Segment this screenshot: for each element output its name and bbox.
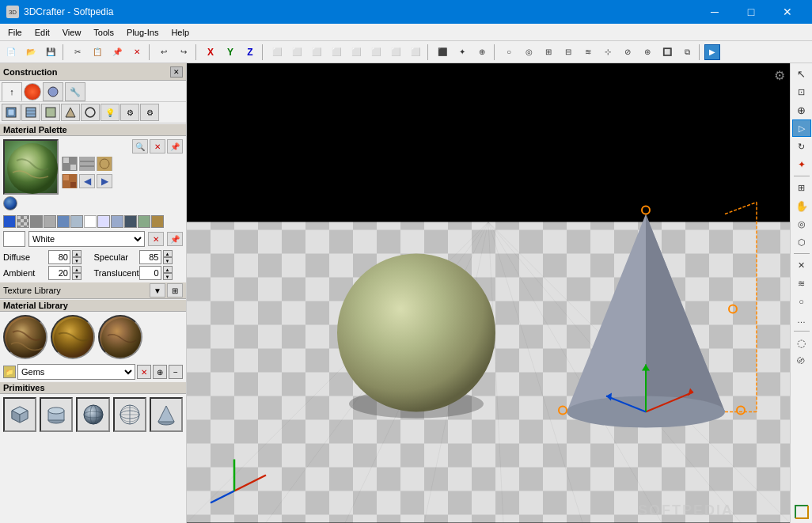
material-pin-btn[interactable]: 📌 bbox=[167, 139, 183, 153]
menu-view[interactable]: View bbox=[56, 24, 88, 40]
toolbar-view-5[interactable]: ⬜ bbox=[347, 44, 366, 61]
texture-lib-menu[interactable]: ⊞ bbox=[167, 283, 183, 298]
toolbar-save[interactable]: 💾 bbox=[41, 44, 60, 61]
swatch-gray2[interactable] bbox=[44, 215, 56, 228]
stab-settings2[interactable]: ⚙ bbox=[140, 104, 159, 121]
stab-2[interactable] bbox=[21, 104, 40, 121]
ambient-input[interactable] bbox=[48, 266, 70, 280]
diffuse-up[interactable]: ▲ bbox=[72, 250, 82, 257]
toolbar-prim-1[interactable]: ⬛ bbox=[433, 44, 452, 61]
material-filter-btn[interactable]: 🔍 bbox=[132, 139, 148, 153]
titlebar-controls[interactable]: ─ □ ✕ bbox=[696, 0, 806, 24]
mat-sub-1[interactable] bbox=[62, 157, 78, 171]
ambient-up[interactable]: ▲ bbox=[72, 266, 82, 273]
toolbar-op-2[interactable]: ◎ bbox=[519, 44, 538, 61]
specular-up[interactable]: ▲ bbox=[163, 250, 173, 257]
rt-dots[interactable]: … bbox=[792, 311, 811, 328]
rt-bottom-2[interactable]: 〄 bbox=[792, 352, 811, 370]
rt-hand[interactable]: ✋ bbox=[792, 197, 811, 214]
swatch-brown[interactable] bbox=[151, 215, 164, 228]
toolbar-view-4[interactable]: ⬜ bbox=[327, 44, 346, 61]
mat-sub-2[interactable] bbox=[79, 157, 95, 171]
toolbar-redo[interactable]: ↪ bbox=[174, 44, 193, 61]
toolbar-open[interactable]: 📂 bbox=[21, 44, 40, 61]
mat-lib-thumb-2[interactable] bbox=[51, 315, 95, 359]
toolbar-op-3[interactable]: ⊞ bbox=[539, 44, 558, 61]
category-select[interactable]: Gems bbox=[17, 364, 135, 380]
swatch-white[interactable] bbox=[84, 215, 97, 228]
rt-zoom-in[interactable]: ⊕ bbox=[792, 101, 811, 119]
rt-orbit[interactable]: ◎ bbox=[792, 215, 811, 233]
rt-zoom-fit[interactable]: ⊡ bbox=[792, 83, 811, 100]
toolbar-cut[interactable]: ✂ bbox=[68, 44, 87, 61]
material-clear-btn[interactable]: ✕ bbox=[150, 139, 165, 153]
toolbar-view-8[interactable]: ⬜ bbox=[406, 44, 425, 61]
toolbar-op-4[interactable]: ⊟ bbox=[559, 44, 578, 61]
toolbar-op-9[interactable]: 🔲 bbox=[658, 44, 677, 61]
material-palette-pin[interactable]: 📌 bbox=[167, 232, 183, 246]
rt-mode-active[interactable]: ▷ bbox=[792, 119, 811, 137]
toolbar-op-7[interactable]: ⊘ bbox=[618, 44, 637, 61]
maximize-button[interactable]: □ bbox=[733, 0, 769, 24]
toolbar-view-6[interactable]: ⬜ bbox=[366, 44, 385, 61]
toolbar-prim-3[interactable]: ⊕ bbox=[472, 44, 491, 61]
ctab-settings[interactable]: 🔧 bbox=[65, 82, 85, 101]
toolbar-copy[interactable]: 📋 bbox=[88, 44, 107, 61]
swatch-dark[interactable] bbox=[124, 215, 137, 228]
close-button[interactable]: ✕ bbox=[769, 0, 806, 24]
swatch-gray1[interactable] bbox=[30, 215, 43, 228]
rt-cross[interactable]: ✕ bbox=[792, 256, 811, 274]
stab-3[interactable] bbox=[41, 104, 60, 121]
mat-sub-4[interactable] bbox=[62, 174, 78, 188]
primitive-cone[interactable] bbox=[150, 397, 183, 432]
rt-circle[interactable]: ○ bbox=[792, 293, 811, 310]
mat-sub-5[interactable]: ◀ bbox=[79, 174, 95, 188]
mat-lib-thumb-1[interactable] bbox=[3, 315, 47, 359]
swatch-blue[interactable] bbox=[3, 215, 16, 228]
specular-down[interactable]: ▼ bbox=[163, 257, 173, 264]
menu-edit[interactable]: Edit bbox=[28, 24, 56, 40]
primitive-cube[interactable] bbox=[3, 397, 36, 432]
toolbar-op-8[interactable]: ⊛ bbox=[638, 44, 657, 61]
toolbar-op-5[interactable]: ≋ bbox=[579, 44, 598, 61]
ctab-scene[interactable]: ↑ bbox=[2, 82, 22, 101]
toolbar-op-1[interactable]: ○ bbox=[499, 44, 518, 61]
swatch-med[interactable] bbox=[111, 215, 123, 228]
cat-add-btn[interactable]: ⊕ bbox=[153, 365, 167, 379]
toolbar-y-axis[interactable]: Y bbox=[221, 44, 240, 61]
swatch-green[interactable] bbox=[138, 215, 150, 228]
primitive-grid-sphere[interactable] bbox=[113, 397, 146, 432]
swatch-blue3[interactable] bbox=[70, 215, 83, 228]
menu-file[interactable]: File bbox=[2, 24, 28, 40]
mat-sub-3[interactable] bbox=[97, 157, 112, 171]
swatch-checker[interactable] bbox=[17, 215, 29, 228]
mat-lib-thumb-3[interactable] bbox=[98, 315, 142, 359]
ctab-color[interactable] bbox=[24, 83, 41, 100]
mat-sub-6[interactable]: ▶ bbox=[97, 174, 112, 188]
primitive-sphere[interactable] bbox=[76, 397, 109, 432]
rt-lines[interactable]: ≋ bbox=[792, 275, 811, 292]
material-name-select[interactable]: White bbox=[28, 231, 145, 247]
rt-select[interactable]: ↖ bbox=[792, 65, 811, 82]
rt-rotate[interactable]: ↻ bbox=[792, 138, 811, 155]
viewport[interactable]: ⚙ bbox=[187, 63, 790, 523]
diffuse-down[interactable]: ▼ bbox=[72, 257, 82, 264]
swatch-blue2[interactable] bbox=[57, 215, 70, 228]
stab-1[interactable] bbox=[2, 104, 21, 121]
ambient-down[interactable]: ▼ bbox=[72, 273, 82, 280]
toolbar-paste[interactable]: 📌 bbox=[108, 44, 127, 61]
toolbar-prim-2[interactable]: ✦ bbox=[453, 44, 472, 61]
translucent-down[interactable]: ▼ bbox=[163, 273, 173, 280]
menu-tools[interactable]: Tools bbox=[87, 24, 120, 40]
toolbar-x-axis[interactable]: X bbox=[201, 44, 220, 61]
toolbar-z-axis[interactable]: Z bbox=[241, 44, 260, 61]
rt-shape[interactable]: ⬡ bbox=[792, 233, 811, 251]
toolbar-view-7[interactable]: ⬜ bbox=[386, 44, 405, 61]
primitive-cylinder[interactable] bbox=[40, 397, 73, 432]
menu-help[interactable]: Help bbox=[165, 24, 195, 40]
toolbar-new[interactable]: 📄 bbox=[2, 44, 21, 61]
rt-pan[interactable]: ✦ bbox=[792, 156, 811, 173]
stab-light[interactable]: 💡 bbox=[101, 104, 120, 121]
rt-bottom-1[interactable]: ◌ bbox=[792, 334, 811, 351]
rt-transform[interactable]: ⊞ bbox=[792, 179, 811, 196]
